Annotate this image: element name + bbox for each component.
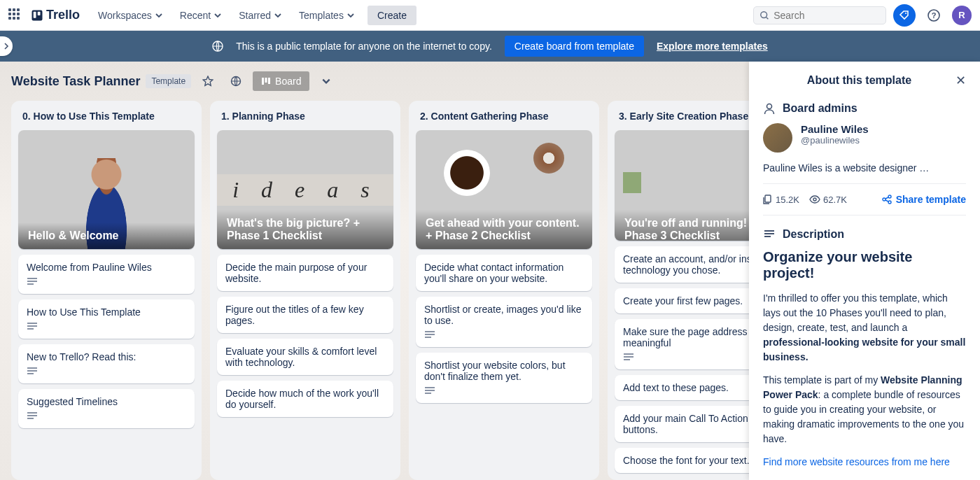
card[interactable]: Suggested Timelines xyxy=(18,389,195,428)
card[interactable]: Evaluate your skills & comfort level wit… xyxy=(217,339,393,375)
visibility-button[interactable] xyxy=(225,70,247,92)
admin-name: Pauline Wiles xyxy=(801,123,869,135)
star-icon xyxy=(202,76,214,87)
card[interactable]: Decide how much of the work you'll do yo… xyxy=(217,381,393,417)
card[interactable]: Shortlist your website colors, but don't… xyxy=(416,353,592,403)
card[interactable]: Welcome from Pauline Wiles xyxy=(18,255,195,294)
help-icon: ? xyxy=(927,8,941,22)
copies-stat: 15.2K xyxy=(763,195,799,205)
card[interactable]: Shortlist or create, images you'd like t… xyxy=(416,297,592,347)
card[interactable]: How to Use This Template xyxy=(18,299,195,339)
svg-point-17 xyxy=(888,201,891,204)
svg-rect-10 xyxy=(265,78,267,83)
apps-switcher-icon[interactable] xyxy=(8,8,22,22)
svg-rect-13 xyxy=(765,195,771,202)
chevron-down-icon xyxy=(274,11,282,20)
card-meta xyxy=(424,330,584,340)
admin-bio: Pauline Wiles is a website designer … xyxy=(763,162,966,174)
explore-templates-link[interactable]: Explore more templates xyxy=(657,41,768,52)
create-board-from-template-button[interactable]: Create board from template xyxy=(505,36,644,57)
description-icon xyxy=(27,322,38,332)
copy-icon xyxy=(763,195,773,204)
nav-recent[interactable]: Recent xyxy=(173,6,229,25)
svg-point-3 xyxy=(761,11,767,17)
trello-logo[interactable]: Trello xyxy=(31,8,80,22)
user-avatar[interactable]: R xyxy=(952,6,972,25)
top-navigation: Trello Workspaces Recent Starred Templat… xyxy=(0,0,980,31)
description-icon xyxy=(27,367,38,376)
svg-rect-2 xyxy=(38,11,41,15)
nav-starred[interactable]: Starred xyxy=(232,6,289,25)
panel-title: About this template xyxy=(763,74,955,87)
list: 2. Content Gathering PhaseGet ahead with… xyxy=(409,101,599,480)
description-icon xyxy=(623,353,634,362)
about-template-panel: About this template ✕ Board admins Pauli… xyxy=(749,62,980,480)
card-text: Welcome from Pauline Wiles xyxy=(27,262,186,273)
card-text: Decide the main purpose of your website. xyxy=(225,262,385,284)
logo-text: Trello xyxy=(46,8,80,22)
more-resources-link[interactable]: Find more website resources from me here xyxy=(763,456,950,467)
card-text: Shortlist or create, images you'd like t… xyxy=(424,304,584,326)
description-icon xyxy=(424,330,435,340)
list-title[interactable]: 0. How to Use This Template xyxy=(18,108,195,125)
card-text: Decide how much of the work you'll do yo… xyxy=(225,388,385,410)
cover-label: Get ahead with your content. + Phase 2 C… xyxy=(416,210,592,249)
close-panel-button[interactable]: ✕ xyxy=(955,73,966,88)
banner-text: This is a public template for anyone on … xyxy=(236,41,492,52)
chevron-down-icon xyxy=(321,76,331,86)
list-title[interactable]: 2. Content Gathering Phase xyxy=(416,108,592,125)
card-meta xyxy=(27,322,186,332)
share-template-link[interactable]: Share template xyxy=(882,194,966,205)
cover-card[interactable]: Hello & Welcome xyxy=(18,130,195,249)
template-badge[interactable]: Template xyxy=(146,74,191,88)
card[interactable]: Figure out the titles of a few key pages… xyxy=(217,297,393,333)
card[interactable]: Decide the main purpose of your website. xyxy=(217,255,393,291)
description-icon xyxy=(763,228,776,241)
cover-label: What's the big picture? + Phase 1 Checkl… xyxy=(217,210,393,249)
nav-workspaces[interactable]: Workspaces xyxy=(91,6,170,25)
list: 0. How to Use This TemplateHello & Welco… xyxy=(11,101,202,480)
card-text: Figure out the titles of a few key pages… xyxy=(225,304,385,326)
template-banner: This is a public template for anyone on … xyxy=(0,31,980,62)
star-button[interactable] xyxy=(197,70,219,92)
card[interactable]: New to Trello? Read this: xyxy=(18,344,195,383)
card-text: Evaluate your skills & comfort level wit… xyxy=(225,346,385,368)
board-admins-label: Board admins xyxy=(763,102,966,115)
board-title: Website Task Planner xyxy=(11,74,140,89)
chevron-down-icon xyxy=(214,11,222,20)
admin-avatar xyxy=(763,123,792,153)
search-icon xyxy=(760,10,769,21)
person-icon xyxy=(763,102,776,115)
tag-icon xyxy=(899,10,910,21)
list-title[interactable]: 1. Planning Phase xyxy=(217,108,393,125)
create-button[interactable]: Create xyxy=(368,6,416,25)
chevron-down-icon xyxy=(346,11,355,20)
svg-rect-1 xyxy=(34,11,36,17)
cover-card[interactable]: i d e a sWhat's the big picture? + Phase… xyxy=(217,130,393,249)
cover-image: Hello & Welcome xyxy=(18,130,195,249)
list: 1. Planning Phasei d e a sWhat's the big… xyxy=(210,101,400,480)
board-view-button[interactable]: Board xyxy=(253,71,309,91)
card[interactable]: Decide what contact information you'll s… xyxy=(416,255,592,291)
globe-icon xyxy=(230,76,241,87)
notifications-button[interactable] xyxy=(893,4,916,27)
svg-point-14 xyxy=(813,198,816,201)
trello-icon xyxy=(31,9,43,22)
cover-label: Hello & Welcome xyxy=(18,223,195,249)
description-body: I'm thrilled to offer you this template,… xyxy=(763,291,966,470)
svg-point-12 xyxy=(767,104,772,109)
globe-icon xyxy=(212,41,223,52)
admin-row[interactable]: Pauline Wiles @paulinewiles xyxy=(763,123,966,153)
card-meta xyxy=(27,367,186,376)
help-button[interactable]: ? xyxy=(923,4,945,27)
search-input[interactable] xyxy=(774,10,880,21)
svg-point-4 xyxy=(905,13,906,14)
expand-sidebar-tab[interactable] xyxy=(0,36,13,56)
view-switcher-button[interactable] xyxy=(315,70,337,92)
cover-card[interactable]: Get ahead with your content. + Phase 2 C… xyxy=(416,130,592,249)
nav-templates[interactable]: Templates xyxy=(292,6,362,25)
card-meta xyxy=(424,386,584,396)
eye-icon xyxy=(809,195,820,204)
card-text: Decide what contact information you'll s… xyxy=(424,262,584,284)
search-box[interactable] xyxy=(753,6,886,24)
